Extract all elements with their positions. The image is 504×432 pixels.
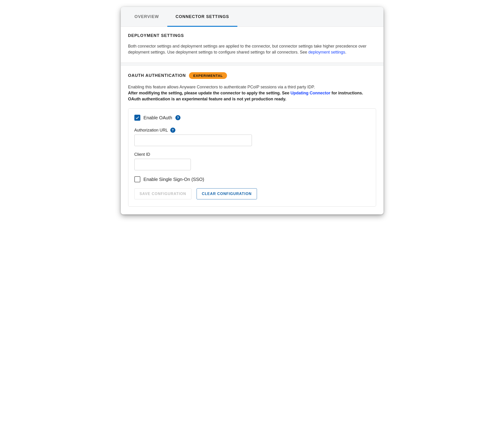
deployment-settings-link[interactable]: deployment settings <box>308 50 345 55</box>
deployment-settings-section: DEPLOYMENT SETTINGS Both connector setti… <box>121 27 384 63</box>
client-id-field: Client ID <box>134 152 370 170</box>
authorization-url-input[interactable] <box>134 134 252 146</box>
oauth-line1: Enabling this feature allows Anyware Con… <box>128 85 315 89</box>
enable-oauth-row: Enable OAuth ? <box>134 115 370 121</box>
tab-connector-settings[interactable]: CONNECTOR SETTINGS <box>167 7 237 27</box>
tabs-bar: OVERVIEW CONNECTOR SETTINGS <box>121 7 384 27</box>
clear-configuration-button[interactable]: CLEAR CONFIGURATION <box>197 188 257 199</box>
oauth-section: OAUTH AUTHENTICATION EXPERIMENTAL Enabli… <box>121 66 384 214</box>
oauth-title-row: OAUTH AUTHENTICATION EXPERIMENTAL <box>128 72 376 79</box>
oauth-line2-suffix: for instructions. <box>331 91 363 95</box>
enable-oauth-label: Enable OAuth <box>144 115 172 121</box>
experimental-badge: EXPERIMENTAL <box>189 72 227 79</box>
client-id-input[interactable] <box>134 159 191 170</box>
settings-window: OVERVIEW CONNECTOR SETTINGS DEPLOYMENT S… <box>121 7 384 214</box>
oauth-description: Enabling this feature allows Anyware Con… <box>128 84 376 102</box>
updating-connector-link[interactable]: Updating Connector <box>291 91 331 95</box>
oauth-form-card: Enable OAuth ? Authorization URL ? Clien… <box>128 108 376 207</box>
help-icon[interactable]: ? <box>170 128 175 133</box>
deployment-settings-title: DEPLOYMENT SETTINGS <box>128 33 376 38</box>
authorization-url-field: Authorization URL ? <box>134 128 370 146</box>
enable-sso-row: Enable Single Sign-On (SSO) <box>134 176 370 182</box>
help-icon[interactable]: ? <box>175 115 180 120</box>
oauth-title: OAUTH AUTHENTICATION <box>128 73 186 78</box>
deployment-desc-suffix: . <box>345 50 346 55</box>
enable-oauth-checkbox[interactable] <box>134 115 140 121</box>
oauth-line2-prefix: After modifiying the setting, please upd… <box>128 91 291 95</box>
client-id-label: Client ID <box>134 152 150 157</box>
section-divider <box>121 63 384 66</box>
oauth-button-row: SAVE CONFIGURATION CLEAR CONFIGURATION <box>134 188 370 199</box>
authorization-url-label: Authorization URL <box>134 128 168 133</box>
tab-overview[interactable]: OVERVIEW <box>126 7 167 27</box>
check-icon <box>135 116 139 120</box>
enable-sso-checkbox[interactable] <box>134 176 140 182</box>
enable-sso-label: Enable Single Sign-On (SSO) <box>144 177 204 182</box>
oauth-line3: OAuth authentication is an experimental … <box>128 97 287 101</box>
deployment-settings-description: Both connector settings and deployment s… <box>128 43 376 55</box>
save-configuration-button: SAVE CONFIGURATION <box>134 188 191 199</box>
